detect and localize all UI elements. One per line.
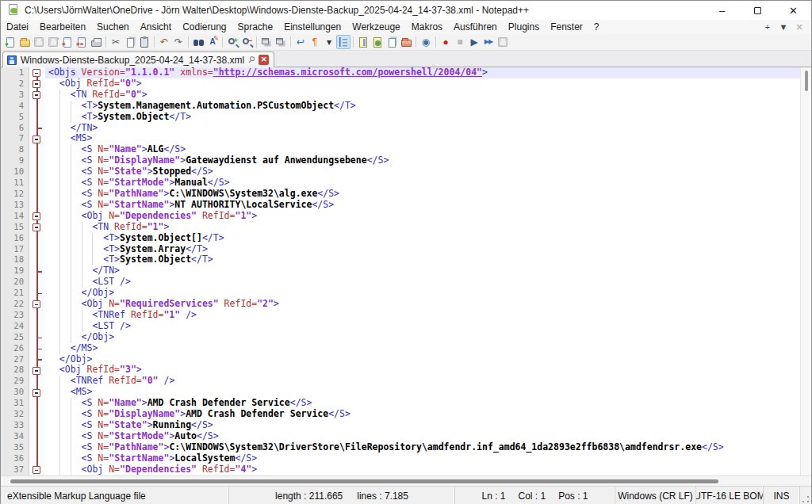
- indent-guide-button[interactable]: [336, 35, 350, 49]
- line-number[interactable]: 10: [1, 166, 29, 178]
- code-line-15[interactable]: <TN RefId="1">: [45, 222, 800, 233]
- line-number[interactable]: 11: [1, 178, 29, 189]
- file-monitoring-button[interactable]: ◉: [419, 35, 433, 49]
- zoom-out-button[interactable]: –: [239, 35, 254, 49]
- line-number[interactable]: 22: [1, 299, 29, 310]
- minimize-button[interactable]: –: [704, 1, 740, 20]
- code-line-9[interactable]: <S N="DisplayName">Gatewaydienst auf Anw…: [45, 155, 800, 166]
- code-text-area[interactable]: <Objs Version="1.1.0.1" xmlns="http://sc…: [45, 67, 800, 475]
- line-number[interactable]: 16: [1, 233, 29, 244]
- horizontal-scrollbar-thumb[interactable]: [10, 479, 718, 483]
- menu-item-datei[interactable]: Datei: [1, 21, 34, 33]
- line-number[interactable]: 14: [1, 211, 29, 222]
- line-number[interactable]: 28: [1, 365, 29, 376]
- status-encoding[interactable]: UTF-16 LE BOM: [696, 487, 764, 504]
- vertical-scrollbar[interactable]: [800, 67, 811, 475]
- menu-item-bearbeiten[interactable]: Bearbeiten: [34, 21, 91, 33]
- line-number[interactable]: 3: [1, 90, 29, 101]
- fold-collapse-marker-line-30[interactable]: [29, 388, 45, 399]
- code-line-23[interactable]: <TNRef RefId="1" />: [45, 310, 800, 321]
- resize-grip[interactable]: [800, 487, 811, 504]
- code-line-24[interactable]: <LST />: [45, 321, 800, 332]
- vertical-scrollbar-thumb[interactable]: [805, 71, 808, 91]
- line-number[interactable]: 18: [1, 254, 29, 265]
- tab-active-document[interactable]: Windows-Dienste-Backup_2025-04-24_14-37-…: [2, 52, 274, 67]
- code-line-13[interactable]: <S N="StartName">NT AUTHORITY\LocalServi…: [45, 200, 800, 211]
- horizontal-scrollbar[interactable]: [1, 475, 811, 486]
- line-number[interactable]: 30: [1, 387, 29, 398]
- code-line-17[interactable]: <T>System.Array</T>: [45, 244, 800, 255]
- code-line-21[interactable]: </Obj>: [45, 288, 800, 299]
- close-button[interactable]: ✕: [776, 1, 811, 20]
- menu-item-ausfuehren[interactable]: Ausführen: [448, 21, 503, 33]
- code-line-14[interactable]: <Obj N="Dependencies" RefId="1">: [45, 211, 800, 222]
- line-number[interactable]: 36: [1, 453, 29, 464]
- line-number[interactable]: 31: [1, 398, 29, 409]
- show-all-characters-button[interactable]: ¶: [308, 35, 322, 49]
- macro-record-button[interactable]: ●: [439, 35, 453, 49]
- fold-margin[interactable]: [29, 67, 45, 475]
- print-button[interactable]: [89, 35, 103, 49]
- macro-stop-button[interactable]: ■: [453, 35, 467, 49]
- line-number[interactable]: 32: [1, 409, 29, 420]
- redo-button[interactable]: ↷: [171, 35, 186, 49]
- code-line-19[interactable]: </TN>: [45, 265, 800, 277]
- menu-item-makros[interactable]: Makros: [406, 21, 448, 33]
- code-line-35[interactable]: <S N="PathName">C:\WINDOWS\System32\Driv…: [45, 442, 800, 453]
- document-switcher-button[interactable]: [385, 35, 399, 49]
- fold-collapse-marker-line-2[interactable]: [29, 78, 45, 90]
- function-list-button[interactable]: [370, 35, 385, 49]
- line-number[interactable]: 8: [1, 144, 29, 155]
- show-all-dropdown-button[interactable]: ▾: [322, 35, 336, 49]
- line-number[interactable]: 20: [1, 277, 29, 288]
- fold-collapse-marker-line-22[interactable]: [29, 299, 45, 310]
- code-line-1[interactable]: <Objs Version="1.1.0.1" xmlns="http://sc…: [45, 67, 800, 78]
- macro-save-button[interactable]: [496, 35, 510, 49]
- code-line-7[interactable]: <MS>: [45, 133, 800, 144]
- line-number[interactable]: 6: [1, 123, 29, 134]
- new-tab-button[interactable]: +: [760, 22, 775, 32]
- save-all-button[interactable]: ▪: [46, 35, 60, 49]
- menu-item-plugins[interactable]: Plugins: [503, 21, 545, 33]
- code-line-11[interactable]: <S N="StartMode">Manual</S>: [45, 178, 800, 189]
- line-number[interactable]: 21: [1, 288, 29, 299]
- line-number[interactable]: 37: [1, 464, 29, 475]
- code-line-4[interactable]: <T>System.Management.Automation.PSCustom…: [45, 101, 800, 112]
- zoom-in-button[interactable]: +: [225, 35, 239, 49]
- code-line-8[interactable]: <S N="Name">ALG</S>: [45, 144, 800, 155]
- word-wrap-button[interactable]: ↩: [293, 35, 308, 49]
- code-line-33[interactable]: <S N="State">Running</S>: [45, 420, 800, 431]
- line-number[interactable]: 12: [1, 189, 29, 200]
- code-line-32[interactable]: <S N="DisplayName">AMD Crash Defender Se…: [45, 409, 800, 420]
- status-insert-mode[interactable]: INS: [764, 487, 800, 504]
- code-line-2[interactable]: <Obj RefId="0">: [45, 78, 800, 90]
- code-line-36[interactable]: <S N="StartName">LocalSystem</S>: [45, 453, 800, 464]
- line-number[interactable]: 33: [1, 420, 29, 431]
- line-number[interactable]: 35: [1, 442, 29, 453]
- undo-button[interactable]: ↶: [157, 35, 171, 49]
- line-number[interactable]: 29: [1, 376, 29, 387]
- code-line-12[interactable]: <S N="PathName">C:\WINDOWS\System32\alg.…: [45, 189, 800, 200]
- replace-button[interactable]: A✎: [205, 35, 220, 49]
- code-line-28[interactable]: <Obj RefId="3">: [45, 365, 800, 376]
- sync-horizontal-button[interactable]: [274, 35, 288, 49]
- line-number[interactable]: 13: [1, 200, 29, 211]
- line-number[interactable]: 27: [1, 354, 29, 365]
- menu-item-fenster[interactable]: Fenster: [545, 21, 588, 33]
- menu-item-werkzeuge[interactable]: Werkzeuge: [347, 21, 405, 33]
- status-eol-format[interactable]: Windows (CR LF): [615, 487, 696, 504]
- code-line-31[interactable]: <S N="Name">AMD Crash Defender Service</…: [45, 398, 800, 409]
- fold-collapse-marker-line-3[interactable]: [29, 90, 45, 101]
- cut-button[interactable]: ✂: [109, 35, 123, 49]
- line-number[interactable]: 24: [1, 321, 29, 332]
- line-number[interactable]: 1: [1, 67, 29, 78]
- fold-collapse-marker-line-37[interactable]: [29, 464, 45, 475]
- new-file-button[interactable]: ●: [3, 35, 17, 49]
- line-number[interactable]: 23: [1, 310, 29, 321]
- code-line-27[interactable]: </Obj>: [45, 354, 800, 365]
- code-line-18[interactable]: <T>System.Object</T>: [45, 254, 800, 265]
- code-line-26[interactable]: </MS>: [45, 343, 800, 354]
- macro-play-button[interactable]: ▶: [467, 35, 481, 49]
- code-line-10[interactable]: <S N="State">Stopped</S>: [45, 166, 800, 178]
- fold-collapse-marker-line-28[interactable]: [29, 365, 45, 376]
